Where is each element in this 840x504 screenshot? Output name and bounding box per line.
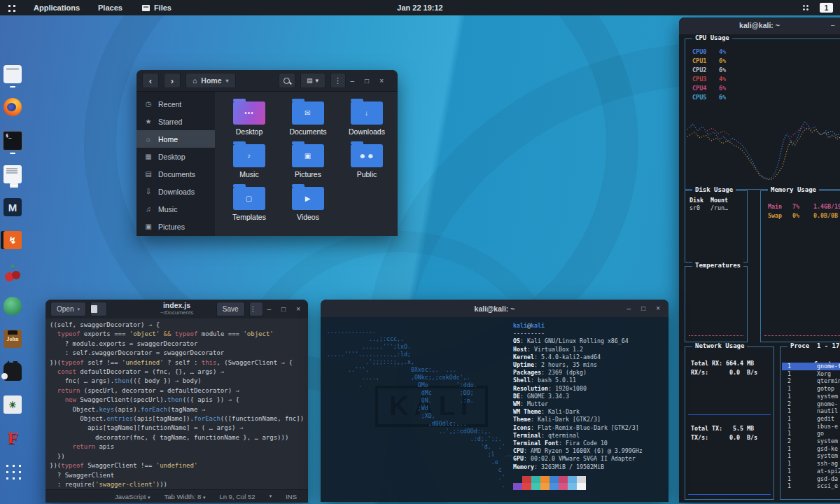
process-row[interactable]: 1gsd-da	[782, 475, 840, 483]
new-document-button[interactable]	[90, 302, 107, 316]
sidebar-item-label: Pictures	[158, 223, 185, 231]
process-row[interactable]: 1ssh-ag	[782, 460, 840, 468]
neofetch-line: Kernel: 5.4.0-kali2-amd64	[513, 354, 643, 361]
process-row[interactable]: 1gedit	[782, 415, 840, 423]
sidebar-item-music[interactable]: ♫Music	[136, 200, 215, 218]
neofetch-line: OS: Kali GNU/Linux Rolling x86_64	[513, 337, 643, 345]
save-button[interactable]: Save	[216, 302, 245, 316]
sidebar-item-starred[interactable]: ★Starred	[136, 113, 215, 130]
process-table: 1gnome-t1Xorg2qtermin1gotop1system2gnome…	[782, 363, 840, 490]
minimize-button[interactable]: –	[831, 21, 835, 29]
monitor-title: kali@kali: ~	[679, 21, 840, 29]
process-row[interactable]: 1go	[782, 430, 840, 438]
firefox-icon[interactable]	[4, 98, 22, 116]
folder-music[interactable]: ♪Music	[220, 141, 278, 178]
minimize-button[interactable]: –	[351, 77, 355, 85]
process-row[interactable]: 1gotop	[782, 385, 840, 393]
folder-desktop[interactable]: •••Desktop	[220, 99, 278, 136]
sidebar-item-desktop[interactable]: ▦Desktop	[136, 148, 215, 165]
process-row[interactable]: 2qtermin	[782, 377, 840, 385]
monitor-headerbar[interactable]: kali@kali: ~ –	[679, 18, 840, 34]
folder-label: Music	[220, 170, 278, 178]
files-app-icon[interactable]	[4, 65, 22, 83]
folder-templates[interactable]: ▢Templates	[220, 184, 278, 221]
open-button[interactable]: Open ▾	[50, 302, 86, 316]
folder-videos[interactable]: ▶Videos	[279, 184, 337, 221]
burpsuite-icon[interactable]: ↯	[4, 231, 22, 249]
download-arrow-folder-icon: ↓	[351, 102, 383, 125]
forward-button[interactable]: ›	[164, 73, 181, 88]
path-button[interactable]: ⌂ Home ▾	[186, 73, 236, 88]
metasploit-icon[interactable]: M	[4, 198, 22, 216]
process-row[interactable]: 1ibus-e	[782, 423, 840, 430]
editor-headerbar[interactable]: Open ▾ index.js ~/Documents Save ⋮ – □ ×	[46, 300, 308, 318]
process-row[interactable]: 2gnome-	[782, 400, 840, 408]
process-row[interactable]: 1system	[782, 452, 840, 460]
sidebar-item-label: Recent	[158, 100, 181, 108]
close-button[interactable]: ×	[379, 77, 384, 85]
goto-line-caret[interactable]: ▾	[270, 493, 272, 499]
new-document-icon	[91, 305, 97, 313]
text-editor-icon[interactable]	[4, 165, 22, 183]
memory-usage-panel: Memory Usage Main 7% 1.4GB/19GBSwap 0% 0…	[760, 190, 840, 342]
minimize-button[interactable]: –	[267, 305, 272, 313]
sidebar-item-recent[interactable]: ◷Recent	[136, 95, 215, 113]
spider-tool-icon[interactable]: ✳	[4, 396, 22, 414]
sidebar-item-downloads[interactable]: ⇩Downloads	[136, 183, 215, 200]
john-the-ripper-icon[interactable]: John	[4, 330, 22, 348]
activities-grid-icon[interactable]	[7, 4, 15, 12]
process-row[interactable]: 1scsi_e	[782, 482, 840, 490]
cherrytree-icon[interactable]	[4, 264, 22, 282]
menu-applications[interactable]: Applications	[34, 4, 80, 12]
disk-usage-panel: Disk Usage Disk Mountsr0 /run…	[685, 190, 748, 262]
back-button[interactable]: ‹	[142, 73, 159, 88]
terminal-window: kali@kali: ~ – □ × KALI .............. .…	[321, 300, 668, 502]
menu-places[interactable]: Places	[98, 4, 122, 12]
wfuzz-dog-icon[interactable]	[4, 363, 22, 381]
folder-downloads[interactable]: ↓Downloads	[338, 99, 396, 136]
menu-button[interactable]: ⋮	[330, 73, 346, 88]
tray-icon[interactable]	[802, 4, 810, 11]
language-selector[interactable]: JavaScript ▾	[115, 493, 150, 500]
neofetch-info: kali@kali---------OS: Kali GNU/Linux Rol…	[513, 322, 643, 497]
sidebar-item-pictures[interactable]: ▣Pictures	[136, 218, 215, 235]
terminal-body[interactable]: KALI .............. ..,;:ccc,. ......'''…	[321, 317, 668, 502]
process-row[interactable]: 1gsd-ke	[782, 445, 840, 453]
folder-public[interactable]: ☻☻Public	[338, 141, 396, 178]
menu-button[interactable]: ⋮	[249, 302, 263, 316]
tab-width-selector[interactable]: Tab Width: 8 ▾	[164, 493, 205, 500]
menu-files[interactable]: Files	[142, 4, 172, 12]
close-button[interactable]: ×	[296, 305, 300, 313]
cursor-position[interactable]: Ln 9, Col 52	[219, 493, 255, 500]
search-button[interactable]	[279, 73, 295, 88]
terminal-app-icon[interactable]: $_	[3, 131, 22, 150]
workspace-indicator[interactable]: 1	[820, 3, 833, 13]
maximize-button[interactable]: □	[281, 305, 286, 313]
starred-icon: ★	[144, 118, 153, 125]
music-icon: ♫	[144, 205, 153, 213]
file-manager-headerbar[interactable]: ‹ › ⌂ Home ▾ ▤ ▾ ⋮ – □ ×	[136, 70, 398, 92]
cpu-row: CPU26%	[692, 66, 840, 75]
process-row[interactable]: 1nautil	[782, 407, 840, 415]
folder-pictures[interactable]: ▣Pictures	[279, 141, 337, 178]
faraday-icon[interactable]: F	[4, 428, 22, 447]
view-toggle-button[interactable]: ▤ ▾	[300, 73, 326, 88]
sidebar-item-home[interactable]: ⌂Home	[136, 130, 215, 148]
music-note-folder-icon: ♪	[233, 144, 265, 167]
app-grid-icon[interactable]	[4, 461, 22, 479]
neofetch-line: Icons: Flat-Remix-Blue-Dark [GTK2/3]	[513, 424, 643, 432]
hydra-icon[interactable]	[4, 297, 22, 315]
process-row[interactable]: 2system	[782, 438, 840, 445]
terminal-headerbar[interactable]: kali@kali: ~ – □ ×	[321, 300, 668, 317]
clock[interactable]: Jan 22 19:12	[397, 4, 442, 12]
process-row[interactable]: 1system	[782, 393, 840, 400]
process-row[interactable]: 1gnome-t	[782, 363, 840, 370]
folder-documents[interactable]: ✉Documents	[279, 99, 337, 136]
code-editor-area[interactable]: ((self, swaggerDecorator) ⇒ { typeof exp…	[46, 318, 308, 490]
maximize-button[interactable]: □	[365, 77, 369, 85]
process-row[interactable]: 1Xorg	[782, 370, 840, 378]
desktop-icon-column: $_M↯John✳F	[1, 65, 24, 494]
sidebar-item-documents[interactable]: ▤Documents	[136, 165, 215, 183]
code-line: : self.swaggerDecorator = swaggerDecorat…	[50, 349, 304, 358]
process-row[interactable]: 1at-spi2	[782, 468, 840, 475]
